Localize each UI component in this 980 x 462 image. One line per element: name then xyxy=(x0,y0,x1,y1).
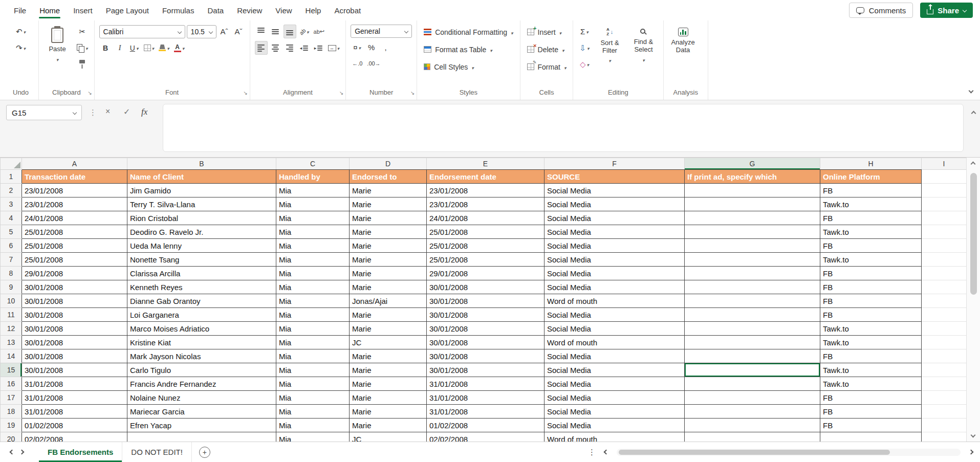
cell-B20[interactable] xyxy=(127,432,276,442)
cell-A2[interactable]: 23/01/2008 xyxy=(22,184,127,197)
horizontal-scrollbar[interactable] xyxy=(617,449,961,456)
cell-F11[interactable]: Social Media xyxy=(545,308,685,322)
cell-D4[interactable]: Marie xyxy=(350,211,427,225)
cell-D18[interactable]: Marie xyxy=(350,405,427,419)
paste-button[interactable]: Paste xyxy=(43,25,71,65)
cell-E14[interactable]: 30/01/2008 xyxy=(427,349,545,363)
autosum-button[interactable]: Σ xyxy=(578,25,591,38)
row-header-17[interactable]: 17 xyxy=(1,391,22,405)
cell-E4[interactable]: 24/01/2008 xyxy=(427,211,545,225)
cell-D2[interactable]: Marie xyxy=(350,184,427,197)
fill-color-button[interactable] xyxy=(157,41,171,55)
cell-A18[interactable]: 31/01/2008 xyxy=(22,405,127,419)
cell-D5[interactable]: Marie xyxy=(350,225,427,239)
row-header-14[interactable]: 14 xyxy=(1,349,22,363)
add-sheet-button[interactable]: + xyxy=(199,447,210,458)
cell-G12[interactable] xyxy=(685,322,820,336)
decrease-indent-button[interactable]: ◂ xyxy=(298,41,311,55)
cell-D11[interactable]: Marie xyxy=(350,308,427,322)
cell-C18[interactable]: Mia xyxy=(276,405,350,419)
cell-C15[interactable]: Mia xyxy=(276,363,350,377)
tab-options-icon[interactable]: ⋮ xyxy=(588,448,596,457)
cell-E11[interactable]: 30/01/2008 xyxy=(427,308,545,322)
cell-H6[interactable]: FB xyxy=(820,239,922,253)
header-cell-D1[interactable]: Endorsed to xyxy=(350,170,427,184)
decrease-font-button[interactable]: Aˇ xyxy=(232,25,245,38)
find-select-button[interactable]: Find & Select xyxy=(629,25,659,66)
cell-I15[interactable] xyxy=(922,363,967,377)
cell-G10[interactable] xyxy=(685,294,820,308)
menu-item-home[interactable]: Home xyxy=(33,0,67,20)
cell-F10[interactable]: Word of mouth xyxy=(545,294,685,308)
cell-G19[interactable] xyxy=(685,419,820,432)
cell-D3[interactable]: Marie xyxy=(350,197,427,211)
vscroll-thumb[interactable] xyxy=(970,173,977,295)
conditional-formatting-button[interactable]: Conditional Formatting xyxy=(422,25,515,39)
copy-button[interactable] xyxy=(75,41,90,55)
cell-C17[interactable]: Mia xyxy=(276,391,350,405)
cell-B10[interactable]: Dianne Gab Orantoy xyxy=(127,294,276,308)
cell-F7[interactable]: Social Media xyxy=(545,253,685,267)
cell-H3[interactable]: Tawk.to xyxy=(820,197,922,211)
column-header-B[interactable]: B xyxy=(127,158,276,170)
row-header-12[interactable]: 12 xyxy=(1,322,22,336)
cell-G5[interactable] xyxy=(685,225,820,239)
cell-A8[interactable]: 29/01/2008 xyxy=(22,267,127,280)
cell-B6[interactable]: Ueda Ma lenny xyxy=(127,239,276,253)
cell-C4[interactable]: Mia xyxy=(276,211,350,225)
cell-I2[interactable] xyxy=(922,184,967,197)
cell-E3[interactable]: 23/01/2008 xyxy=(427,197,545,211)
font-name-select[interactable]: Calibri xyxy=(99,25,185,38)
row-header-15[interactable]: 15 xyxy=(1,363,22,377)
number-format-select[interactable]: General xyxy=(351,25,412,38)
cell-C14[interactable]: Mia xyxy=(276,349,350,363)
cell-E15[interactable]: 30/01/2008 xyxy=(427,363,545,377)
cell-D7[interactable]: Marie xyxy=(350,253,427,267)
ribbon-collapse-icon[interactable] xyxy=(969,89,974,94)
cell-B15[interactable]: Carlo Tigulo xyxy=(127,363,276,377)
cell-C6[interactable]: Mia xyxy=(276,239,350,253)
cell-G4[interactable] xyxy=(685,211,820,225)
cell-A9[interactable]: 30/01/2008 xyxy=(22,280,127,294)
cell-H10[interactable]: FB xyxy=(820,294,922,308)
name-box[interactable]: G15 xyxy=(6,105,82,120)
cell-D15[interactable]: Marie xyxy=(350,363,427,377)
cell-F9[interactable]: Social Media xyxy=(545,280,685,294)
header-cell-H1[interactable]: Online Platform xyxy=(820,170,922,184)
cell-I16[interactable] xyxy=(922,377,967,391)
cell-A14[interactable]: 30/01/2008 xyxy=(22,349,127,363)
row-header-4[interactable]: 4 xyxy=(1,211,22,225)
hscroll-right-icon[interactable] xyxy=(969,450,974,455)
undo-button[interactable]: ↶ xyxy=(8,25,34,38)
insert-cells-button[interactable]: Insert xyxy=(525,25,569,39)
cell-G15[interactable] xyxy=(685,363,820,377)
cell-E5[interactable]: 25/01/2008 xyxy=(427,225,545,239)
cell-C9[interactable]: Mia xyxy=(276,280,350,294)
cell-I11[interactable] xyxy=(922,308,967,322)
cell-I9[interactable] xyxy=(922,280,967,294)
cell-C20[interactable]: Mia xyxy=(276,432,350,442)
cell-A12[interactable]: 30/01/2008 xyxy=(22,322,127,336)
italic-button[interactable]: I xyxy=(114,41,126,55)
cell-I1[interactable] xyxy=(922,170,967,184)
cell-C3[interactable]: Mia xyxy=(276,197,350,211)
column-header-C[interactable]: C xyxy=(276,158,350,170)
menu-item-help[interactable]: Help xyxy=(299,0,328,20)
cell-A4[interactable]: 24/01/2008 xyxy=(22,211,127,225)
row-header-9[interactable]: 9 xyxy=(1,280,22,294)
column-header-D[interactable]: D xyxy=(350,158,427,170)
increase-indent-button[interactable]: ▸ xyxy=(312,41,325,55)
header-cell-G1[interactable]: If print ad, specify which xyxy=(685,170,820,184)
cell-F6[interactable]: Social Media xyxy=(545,239,685,253)
cell-H17[interactable]: FB xyxy=(820,391,922,405)
cell-I5[interactable] xyxy=(922,225,967,239)
cell-G16[interactable] xyxy=(685,377,820,391)
cell-styles-button[interactable]: Cell Styles xyxy=(422,59,515,74)
cell-D16[interactable]: Marie xyxy=(350,377,427,391)
cell-G3[interactable] xyxy=(685,197,820,211)
cell-E8[interactable]: 29/01/2008 xyxy=(427,267,545,280)
cell-A16[interactable]: 31/01/2008 xyxy=(22,377,127,391)
cell-E16[interactable]: 31/01/2008 xyxy=(427,377,545,391)
cell-F3[interactable]: Social Media xyxy=(545,197,685,211)
tab-do-not-edit-[interactable]: DO NOT EDIT! xyxy=(122,442,192,462)
